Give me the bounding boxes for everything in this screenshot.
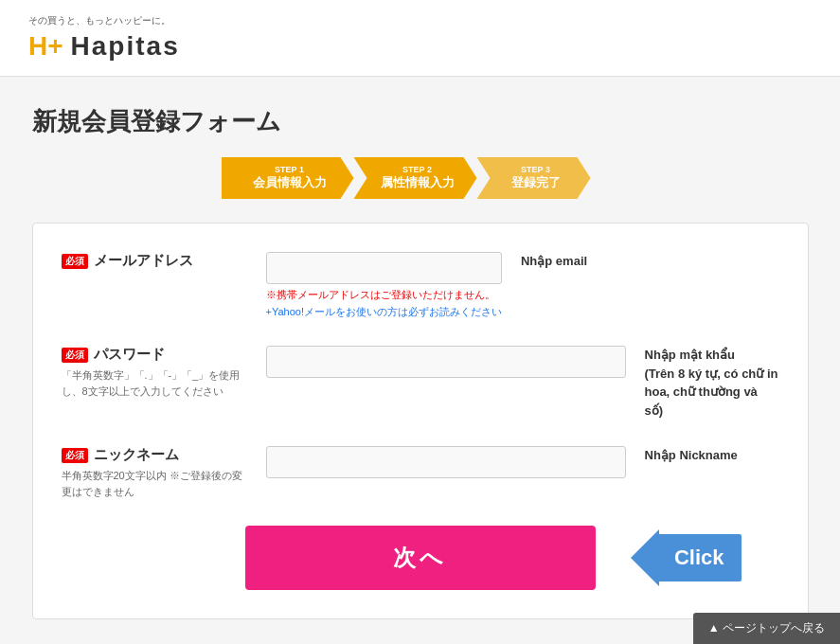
logo-icon: H+ — [28, 33, 63, 60]
step1-name: 会員情報入力 — [241, 174, 339, 191]
password-desc: 「半角英数字」「.」「-」「_」を使用し、8文字以上で入力してください — [62, 367, 251, 399]
email-label-col: 必須 メールアドレス — [62, 252, 251, 274]
step-2: STEP 2 属性情報入力 — [354, 157, 477, 199]
step3-name: 登録完了 — [496, 174, 576, 191]
nickname-label: ニックネーム — [94, 446, 179, 464]
step2-label: STEP 2 — [373, 165, 462, 174]
step2-name: 属性情報入力 — [373, 174, 462, 191]
password-row: 必須 パスワード 「半角英数字」「.」「-」「_」を使用し、8文字以上で入力して… — [62, 346, 779, 420]
password-required-badge: 必須 — [62, 348, 88, 363]
registration-form: 必須 メールアドレス ※携帯メールアドレスはご登録いただけません。 +Yahoo… — [32, 223, 809, 619]
logo: H+ Hapitas — [28, 31, 812, 62]
nickname-hint: Nhập Nickname — [645, 446, 738, 465]
password-hint: Nhập mật khẩu(Trên 8 ký tự, có chữ inhoa… — [645, 346, 779, 420]
step-3: STEP 3 登録完了 — [477, 157, 591, 199]
password-label-col: 必須 パスワード 「半角英数字」「.」「-」「_」を使用し、8文字以上で入力して… — [62, 346, 251, 399]
password-input[interactable] — [266, 346, 626, 378]
email-row: 必須 メールアドレス ※携帯メールアドレスはご登録いただけません。 +Yahoo… — [62, 252, 779, 319]
page-content: 新規会員登録フォーム STEP 1 会員情報入力 STEP 2 属性情報入力 S… — [13, 77, 828, 644]
nickname-row: 必須 ニックネーム 半角英数字20文字以内 ※ご登録後の変更はできません Nhậ… — [62, 446, 779, 499]
step-1: STEP 1 会員情報入力 — [222, 157, 354, 199]
nickname-required-badge: 必須 — [62, 448, 88, 463]
nickname-input[interactable] — [266, 446, 626, 478]
steps-container: STEP 1 会員情報入力 STEP 2 属性情報入力 STEP 3 登録完了 — [32, 157, 809, 199]
submit-button[interactable]: 次へ — [245, 526, 596, 590]
step3-label: STEP 3 — [496, 165, 576, 174]
nickname-label-col: 必須 ニックネーム 半角英数字20文字以内 ※ご登録後の変更はできません — [62, 446, 251, 499]
page-title: 新規会員登録フォーム — [32, 105, 809, 138]
password-label: パスワード — [94, 346, 165, 364]
email-yahoo-link[interactable]: +Yahoo!メールをお使いの方は必ずお読みください — [266, 305, 502, 319]
email-hint: Nhập email — [521, 252, 587, 271]
logo-tagline: その買うと、もっとハッピーに。 — [28, 14, 812, 27]
email-note: ※携帯メールアドレスはご登録いただけません。 — [266, 288, 502, 302]
click-label: Click — [657, 534, 742, 581]
back-to-top-button[interactable]: ▲ ページトップへ戻る — [693, 613, 840, 644]
email-label: メールアドレス — [94, 252, 193, 270]
submit-area: 次へ Click — [62, 526, 779, 590]
nickname-desc: 半角英数字20文字以内 ※ご登録後の変更はできません — [62, 468, 251, 499]
logo-text: Hapitas — [71, 31, 180, 62]
email-required-badge: 必須 — [62, 254, 88, 269]
click-indicator: Click — [657, 534, 742, 581]
step1-label: STEP 1 — [241, 165, 339, 174]
email-input[interactable] — [266, 252, 502, 284]
header: その買うと、もっとハッピーに。 H+ Hapitas — [0, 0, 840, 77]
